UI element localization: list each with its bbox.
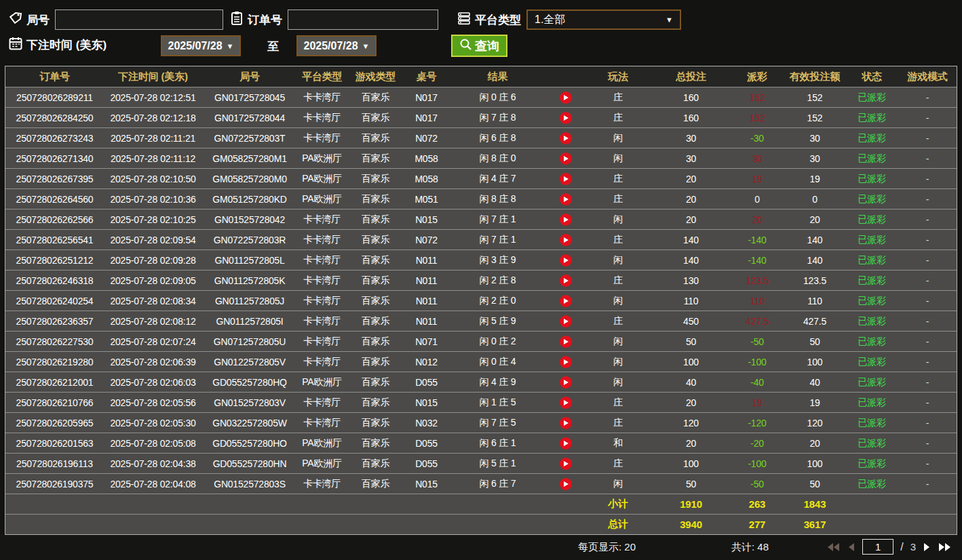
play-video-icon[interactable] [560,153,572,165]
game-no-input[interactable] [55,9,223,30]
bet-time-cell: 2025-07-28 02:07:24 [104,332,202,351]
play-type-cell: 闲 [584,474,652,494]
first-page-icon[interactable] [826,542,841,552]
game-type-cell: 百家乐 [347,433,404,453]
search-button[interactable]: 查询 [451,35,507,57]
order-id-cell: 250728026212001 [5,372,104,392]
play-video-icon[interactable] [560,173,572,185]
play-cell-wrap [547,148,584,168]
play-type-cell: 闲 [584,352,652,372]
result-cell: 闲 4 庄 7 [448,169,547,188]
play-video-icon[interactable] [560,92,572,104]
play-video-icon[interactable] [560,132,572,144]
grand-total-valid-bet: 3617 [784,515,845,534]
prev-page-icon[interactable] [847,542,855,552]
order-id-cell: 250728026219280 [5,352,104,372]
play-video-icon[interactable] [560,376,572,388]
filter-bar: 局号 订单号 平台类型 1.全部 ▼ 下注时间 (美东) 2025/07/28 … [0,0,962,65]
table-no-cell: M051 [404,189,448,209]
play-video-icon[interactable] [560,478,572,490]
play-cell-wrap [547,230,584,249]
total-bet-cell: 30 [652,128,730,148]
total-bet-cell: 160 [652,108,730,127]
play-video-icon[interactable] [560,417,572,429]
next-page-icon[interactable] [923,542,931,552]
play-video-icon[interactable] [560,437,572,449]
status-badge: 已派彩 [845,271,898,290]
play-video-icon[interactable] [560,295,572,307]
page-separator: / [900,541,903,553]
play-cell-wrap [547,372,584,392]
status-badge: 已派彩 [845,169,898,188]
play-video-icon[interactable] [560,458,572,470]
play-type-cell: 闲 [584,372,652,392]
game-no-cell: GM058257280M0 [202,169,297,188]
order-no-input[interactable] [288,9,438,30]
bet-records-table: 订单号下注时间 (美东)局号平台类型游戏类型桌号结果玩法总投注派彩有效投注额状态… [5,66,957,535]
table-no-cell: N015 [404,474,448,494]
game-type-cell: 百家乐 [347,311,404,331]
order-id-cell: 250728026271340 [5,148,104,168]
table-no-cell: N015 [404,209,448,229]
last-page-icon[interactable] [938,542,953,552]
order-id-cell: 250728026196113 [5,454,104,473]
table-no-cell: N032 [404,413,448,433]
total-bet-cell: 130 [652,271,730,290]
status-badge: 已派彩 [845,87,898,107]
page-number-input[interactable] [862,539,893,555]
date-to-picker[interactable]: 2025/07/28 ▼ [296,35,377,56]
order-id-cell: 250728026240254 [5,291,104,311]
game-mode-cell: - [898,128,957,148]
order-id-cell: 250728026256541 [5,230,104,249]
platform-cell: 卡卡湾厅 [297,413,347,433]
play-video-icon[interactable] [560,397,572,409]
column-header: 下注时间 (美东) [104,66,202,87]
game-no-cell: GN0152572803V [202,393,297,412]
game-mode-cell: - [898,413,957,433]
table-row: 250728026264560 2025-07-28 02:10:36 GM05… [5,188,957,209]
game-mode-cell: - [898,474,957,494]
order-id-cell: 250728026246318 [5,271,104,290]
platform-cell: 卡卡湾厅 [297,271,347,290]
platform-cell: 卡卡湾厅 [297,108,347,127]
play-cell-wrap [547,128,584,148]
table-row: 250728026210766 2025-07-28 02:05:56 GN01… [5,392,957,412]
game-type-cell: 百家乐 [347,413,404,433]
play-type-cell: 庄 [584,454,652,473]
subtotal-label: 小计 [584,494,652,514]
platform-cell: 卡卡湾厅 [297,474,347,494]
play-type-cell: 庄 [584,189,652,209]
payout-cell: 427.5 [730,311,784,331]
play-type-cell: 庄 [584,169,652,188]
table-no-cell: N011 [404,311,448,331]
play-video-icon[interactable] [560,234,572,246]
play-video-icon[interactable] [560,336,572,348]
column-header: 局号 [202,66,297,87]
platform-cell: 卡卡湾厅 [297,311,347,331]
total-bet-cell: 20 [652,189,730,209]
bet-time-cell: 2025-07-28 02:12:51 [104,87,202,107]
result-cell: 闲 0 庄 2 [448,332,547,351]
status-badge: 已派彩 [845,291,898,311]
result-cell: 闲 7 庄 1 [448,230,547,249]
play-video-icon[interactable] [560,214,572,226]
play-video-icon[interactable] [560,315,572,327]
play-type-cell: 庄 [584,311,652,331]
valid-bet-cell: 0 [784,189,845,209]
server-stack-icon [457,11,472,28]
play-video-icon[interactable] [560,356,572,368]
play-video-icon[interactable] [560,193,572,205]
date-from-picker[interactable]: 2025/07/28 ▼ [161,35,241,56]
total-bet-cell: 450 [652,311,730,331]
platform-type-select[interactable]: 1.全部 ▼ [526,9,681,30]
play-video-icon[interactable] [560,112,572,124]
platform-cell: PA欧洲厅 [297,169,347,188]
play-video-icon[interactable] [560,254,572,266]
column-header: 订单号 [5,66,104,87]
play-video-icon[interactable] [560,275,572,287]
column-header: 玩法 [584,66,652,87]
platform-type-value: 1.全部 [535,13,565,27]
platform-cell: PA欧洲厅 [297,454,347,473]
status-badge: 已派彩 [845,454,898,473]
table-row: 250728026246318 2025-07-28 02:09:05 GN01… [5,270,957,290]
